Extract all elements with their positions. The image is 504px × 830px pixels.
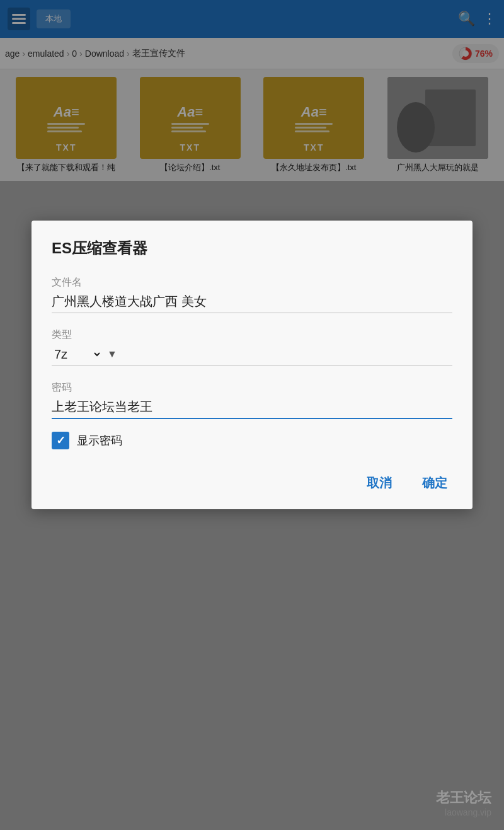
type-select-wrapper: 7z zip rar tar ▼ — [52, 347, 452, 366]
ok-button[interactable]: 确定 — [417, 472, 452, 494]
dialog-buttons: 取消 确定 — [52, 472, 452, 494]
filename-label: 文件名 — [52, 276, 452, 289]
password-field-wrapper — [52, 400, 452, 419]
filename-input[interactable] — [52, 294, 452, 309]
password-input[interactable] — [52, 400, 452, 414]
filename-field-wrapper — [52, 294, 452, 313]
dialog-es-archive: ES压缩查看器 文件名 类型 7z zip rar tar ▼ 密码 ✓ 显示密… — [32, 221, 472, 509]
check-icon: ✓ — [56, 434, 66, 447]
type-select[interactable]: 7z zip rar tar — [52, 347, 102, 362]
dialog-title: ES压缩查看器 — [52, 238, 452, 258]
type-label: 类型 — [52, 328, 452, 342]
show-password-row: ✓ 显示密码 — [52, 432, 452, 449]
chevron-down-icon: ▼ — [107, 349, 117, 360]
show-password-label: 显示密码 — [77, 433, 122, 448]
password-label: 密码 — [52, 381, 452, 395]
cancel-button[interactable]: 取消 — [362, 472, 397, 494]
show-password-checkbox[interactable]: ✓ — [52, 432, 69, 449]
